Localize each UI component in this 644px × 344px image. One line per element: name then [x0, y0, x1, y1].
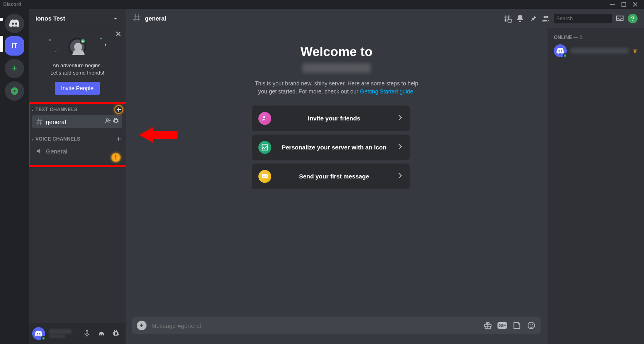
minimize-button[interactable]: [607, 0, 618, 9]
welcome-block: Welcome to This is your brand new, shiny…: [252, 44, 421, 189]
window-titlebar: Discord: [0, 0, 644, 9]
chevron-right-icon: [397, 114, 403, 122]
member-row[interactable]: ♛: [551, 43, 641, 59]
explore-servers-button[interactable]: [5, 81, 24, 101]
server-header[interactable]: Ionos Test: [29, 9, 126, 28]
category-text-channels[interactable]: TEXT CHANNELS: [29, 104, 126, 115]
category-voice-channels[interactable]: VOICE CHANNELS: [29, 134, 126, 144]
member-avatar: [554, 44, 567, 57]
sparkle-icon: ✦: [104, 43, 107, 47]
user-area: [29, 323, 126, 344]
server-rail: IT +: [0, 9, 29, 344]
search-input[interactable]: [556, 15, 624, 21]
chat-area: Welcome to This is your brand new, shiny…: [126, 28, 547, 344]
selected-server-pill: [0, 36, 3, 52]
close-window-button[interactable]: [630, 0, 641, 9]
svg-point-8: [528, 322, 535, 329]
server-pill: [0, 18, 3, 21]
self-username[interactable]: [49, 329, 79, 338]
member-group-label: ONLINE — 1: [551, 35, 641, 43]
card-title: Personalize your server with an icon: [277, 144, 391, 151]
create-channel-button[interactable]: [115, 106, 122, 113]
getting-started-link[interactable]: Getting Started guide: [360, 88, 413, 95]
gif-button[interactable]: GIF: [497, 321, 507, 330]
invite-text: An adventure begins. Let's add some frie…: [50, 62, 104, 76]
app-title: Discord: [3, 2, 21, 7]
channel-title: general: [145, 15, 499, 22]
notifications-button[interactable]: [515, 14, 525, 23]
svg-rect-1: [622, 2, 626, 6]
invite-card: ✦ ⋰ + + ✦ An adventure begins. Let's add…: [29, 28, 126, 101]
online-status-dot: [563, 53, 568, 58]
maximize-button[interactable]: [618, 0, 630, 9]
main-area: general ? Welcome to This is your bra: [126, 9, 644, 344]
invite-icon: [258, 112, 271, 125]
invite-people-button[interactable]: Invite People: [55, 82, 100, 95]
hash-icon: [132, 13, 142, 24]
channel-general-text[interactable]: general: [32, 115, 122, 128]
speaker-icon: [35, 147, 43, 155]
self-avatar[interactable]: [32, 327, 45, 340]
svg-point-6: [264, 176, 266, 177]
create-invite-icon[interactable]: [105, 118, 111, 126]
attention-badge-icon: !: [112, 153, 120, 162]
add-server-button[interactable]: +: [5, 59, 24, 78]
user-settings-button[interactable]: [109, 327, 122, 340]
server-initials: IT: [12, 42, 17, 50]
svg-point-9: [530, 324, 530, 325]
card-title: Send your first message: [277, 173, 391, 180]
redacted-member-name: [571, 48, 629, 54]
search-box[interactable]: [554, 14, 612, 23]
chevron-down-icon: [112, 15, 119, 22]
pinned-button[interactable]: [528, 14, 538, 23]
channel-general-voice[interactable]: General !: [32, 145, 122, 157]
attach-button[interactable]: +: [137, 321, 147, 330]
sparkle-icon: +: [100, 36, 102, 41]
gift-button[interactable]: [483, 321, 493, 330]
svg-point-5: [263, 176, 264, 177]
threads-button[interactable]: [502, 14, 512, 23]
message-icon: [258, 170, 271, 183]
deafen-button[interactable]: [95, 327, 108, 340]
chevron-right-icon: [397, 143, 403, 151]
message-input[interactable]: [151, 322, 478, 329]
svg-rect-0: [610, 4, 615, 5]
invite-art: ✦ ⋰ + + ✦: [35, 35, 119, 59]
svg-point-10: [532, 324, 533, 325]
direct-messages-button[interactable]: [5, 14, 24, 33]
chevron-right-icon: [397, 172, 403, 180]
server-name: Ionos Test: [35, 15, 65, 22]
online-status-dot: [41, 336, 46, 341]
server-button-ionos[interactable]: IT: [5, 36, 24, 56]
inbox-button[interactable]: [615, 14, 625, 23]
sticker-button[interactable]: [512, 321, 522, 330]
member-list-button[interactable]: [541, 14, 551, 23]
message-composer: + GIF: [132, 317, 541, 334]
discord-logo-icon: [9, 18, 20, 29]
avatar-placeholder: +: [68, 38, 86, 56]
help-button[interactable]: ?: [628, 14, 638, 23]
sparkle-icon: ⋰: [55, 48, 59, 52]
hash-icon: [35, 118, 43, 126]
chevron-down-icon: [31, 137, 35, 141]
sparkle-icon: ✦: [48, 38, 52, 42]
welcome-card-invite[interactable]: Invite your friends: [252, 106, 410, 131]
category-label: VOICE CHANNELS: [35, 136, 115, 142]
server-owner-crown-icon: ♛: [633, 48, 638, 54]
mute-button[interactable]: [80, 327, 93, 340]
channel-name: general: [46, 118, 102, 125]
category-label: TEXT CHANNELS: [35, 107, 115, 112]
compass-icon: [10, 87, 19, 95]
welcome-description: This is your brand new, shiny server. He…: [252, 79, 421, 96]
channel-name: General: [46, 148, 119, 155]
create-channel-button[interactable]: [115, 135, 122, 143]
welcome-card-icon[interactable]: Personalize your server with an icon: [252, 135, 410, 160]
emoji-button[interactable]: [526, 321, 536, 330]
redacted-server-name: [302, 63, 371, 73]
welcome-card-message[interactable]: Send your first message: [252, 164, 410, 189]
card-title: Invite your friends: [277, 115, 391, 122]
channel-list: TEXT CHANNELS general VOICE CHANNELS Gen…: [29, 101, 126, 323]
channel-settings-icon[interactable]: [113, 118, 119, 126]
svg-rect-2: [508, 19, 512, 22]
channel-sidebar: Ionos Test ✦ ⋰ + + ✦ An adventure begins…: [29, 9, 126, 344]
